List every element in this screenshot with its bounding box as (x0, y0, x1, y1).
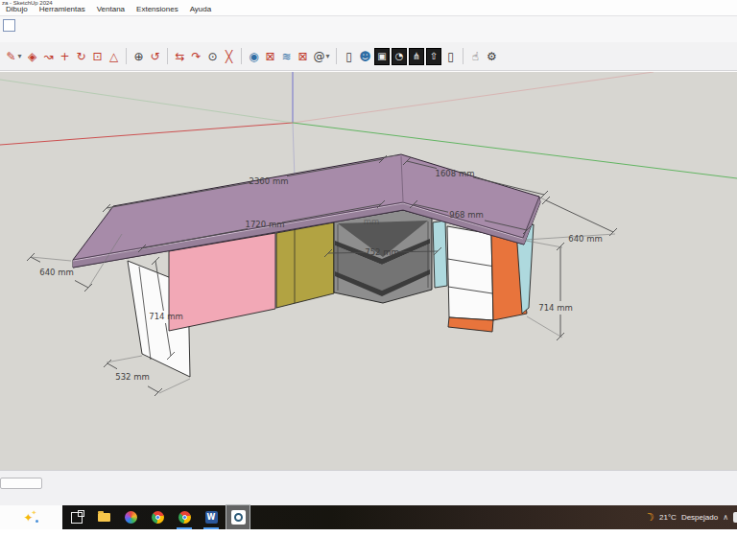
svg-text:968 mm: 968 mm (449, 210, 484, 220)
svg-text:714 mm: 714 mm (538, 303, 573, 313)
axis-blue-faded (293, 123, 295, 178)
widgets-sparkle-small-icon: ✦ (32, 510, 37, 517)
scale-tool-icon[interactable]: ⊡ (90, 48, 105, 65)
menu-ventana[interactable]: Ventana (92, 5, 130, 14)
follow-me-icon[interactable]: ↝ (41, 48, 56, 65)
sketchup-window: za - SketchUp 2024 DibujoHerramientasVen… (0, 0, 737, 560)
dimension-occluded: mm (364, 217, 380, 226)
widgets-dot-icon (36, 520, 38, 523)
viewport-canvas[interactable]: 2360 mm 1720 mm 1608 mm 968 mm 752 mm (0, 72, 737, 470)
taskbar-app-glyph (71, 512, 83, 524)
secondary-toolbar-icon[interactable] (3, 19, 15, 32)
svg-text:2360 mm: 2360 mm (250, 176, 289, 186)
zoom-extents-icon[interactable]: ╳ (222, 48, 236, 65)
svg-text:1720 mm: 1720 mm (246, 220, 285, 229)
main-toolbar: ✎▾◈↝+↻⊡△⊕↺⇆↷⊙╳◉⊠≋⊠@▾▯☻▣◔⋔⇧▯☝⚙ (0, 42, 737, 71)
task-view-icon[interactable] (65, 505, 88, 529)
orbit-globe-icon[interactable]: ◉ (247, 48, 261, 65)
word-icon[interactable]: W (200, 505, 223, 529)
chrome-icon-2[interactable] (173, 505, 196, 529)
svg-text:752 mm: 752 mm (365, 247, 399, 257)
axis-green-faded (0, 80, 293, 123)
taskbar-app-glyph (125, 511, 137, 524)
tree-extension-icon[interactable]: ⋔ (409, 48, 424, 65)
axis-red-faded (293, 72, 654, 123)
new-document-icon[interactable]: ▯ (342, 48, 356, 65)
weather-temp[interactable]: 21°C (659, 513, 677, 522)
dimension-714-right[interactable]: 714 mm (526, 241, 573, 340)
taskbar-app-glyph (178, 511, 191, 524)
move-tool-icon[interactable]: + (58, 48, 72, 65)
drawer-fronts[interactable] (447, 226, 493, 320)
system-tray: ☽ 21°C Despejado ∧ (645, 505, 735, 529)
dropdown-caret-icon[interactable]: ▾ (324, 48, 331, 65)
desk-model[interactable] (73, 154, 540, 377)
svg-text:714 mm: 714 mm (149, 312, 183, 321)
weather-moon-icon[interactable]: ☽ (643, 510, 656, 525)
taskbar-app-glyph: W (205, 511, 218, 524)
svg-text:532 mm: 532 mm (115, 372, 150, 382)
separator (126, 48, 127, 64)
upload-extension-icon[interactable]: ⇧ (426, 48, 441, 65)
taskbar-app-glyph (152, 511, 164, 524)
camera-extension-icon[interactable]: ▣ (374, 48, 390, 65)
layers-icon[interactable]: ≋ (279, 48, 294, 65)
taskbar-app-glyph (98, 513, 110, 522)
sketchup-taskbar-icon[interactable] (226, 505, 250, 529)
separator (241, 48, 242, 64)
orbit-tool-icon[interactable]: ↺ (148, 48, 162, 65)
zoom-tool-icon[interactable]: ⊙ (205, 48, 220, 65)
taskbar-app-glyph (231, 510, 246, 525)
menu-ayuda[interactable]: Ayuda (185, 5, 217, 14)
phone-icon[interactable]: ▯ (443, 48, 458, 65)
paint-bucket-icon[interactable]: ◈ (25, 48, 39, 65)
gear-icon[interactable]: ⚙ (485, 48, 499, 65)
offset-tool-icon[interactable]: △ (107, 48, 121, 65)
chrome-icon[interactable] (146, 505, 169, 529)
look-around-icon[interactable]: ↷ (189, 48, 203, 65)
dropdown-caret-icon[interactable]: ▾ (16, 48, 23, 65)
menu-dibujo[interactable]: Dibujo (1, 5, 33, 14)
status-bar (0, 470, 737, 505)
viewport[interactable]: 2360 mm 1720 mm 1608 mm 968 mm 752 mm (0, 72, 737, 470)
svg-text:1608 mm: 1608 mm (436, 169, 475, 178)
secondary-toolbar (0, 16, 737, 42)
hand-icon[interactable]: ☝ (468, 48, 483, 65)
menu-extensiones[interactable]: Extensiones (131, 5, 183, 14)
olive-door-panels[interactable] (276, 222, 334, 308)
drawer-plinth-orange[interactable] (448, 317, 493, 332)
user-icon[interactable]: ☻ (358, 48, 372, 65)
tray-chevron-icon[interactable]: ∧ (723, 513, 728, 522)
separator (336, 48, 337, 64)
separator (167, 48, 168, 64)
weather-condition[interactable]: Despejado (681, 513, 718, 522)
svg-text:640 mm: 640 mm (568, 234, 603, 244)
zoom-window-icon[interactable]: ⊕ (131, 48, 146, 65)
pie-extension-icon[interactable]: ◔ (392, 48, 407, 65)
pan-tool-icon[interactable]: ⇆ (173, 48, 187, 65)
taskbar-apps: W (65, 505, 250, 529)
rotate-tool-icon[interactable]: ↻ (74, 48, 88, 65)
tray-partial-icon[interactable] (733, 512, 737, 523)
svg-text:640 mm: 640 mm (39, 268, 74, 277)
menu-herramientas[interactable]: Herramientas (35, 5, 90, 14)
menu-bar: DibujoHerramientasVentanaExtensionesAyud… (1, 5, 216, 14)
file-explorer-icon[interactable] (92, 505, 115, 529)
separator (463, 48, 464, 64)
bottom-white-strip (0, 529, 737, 560)
widgets-button[interactable]: ✦ ✦ (0, 505, 62, 529)
section-plane-icon[interactable]: ⊠ (263, 48, 277, 65)
photos-icon[interactable] (119, 505, 142, 529)
measurements-input[interactable] (0, 478, 42, 489)
section-fill-icon[interactable]: ⊠ (296, 48, 310, 65)
windows-taskbar: ✦ ✦ W ☽ 2 (0, 505, 737, 529)
